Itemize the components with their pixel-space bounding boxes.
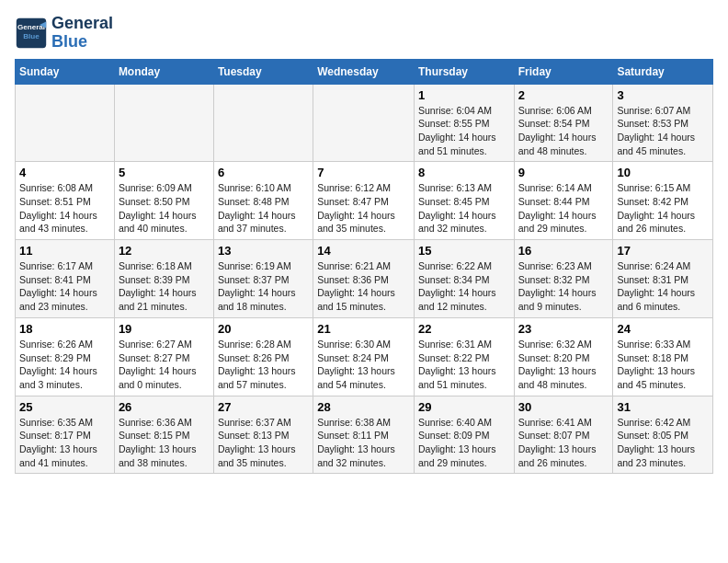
day-number: 28 [317, 400, 410, 414]
logo-text: General Blue [51, 15, 113, 52]
day-info: Sunrise: 6:24 AM Sunset: 8:31 PM Dayligh… [617, 259, 709, 314]
calendar-cell: 10Sunrise: 6:15 AM Sunset: 8:42 PM Dayli… [613, 162, 713, 240]
logo-icon: General Blue [15, 17, 48, 50]
calendar-cell [313, 84, 415, 162]
weekday-header: Tuesday [213, 59, 313, 84]
day-info: Sunrise: 6:21 AM Sunset: 8:36 PM Dayligh… [317, 259, 410, 314]
calendar-cell [213, 84, 313, 162]
calendar-cell: 6Sunrise: 6:10 AM Sunset: 8:48 PM Daylig… [213, 162, 313, 240]
day-info: Sunrise: 6:33 AM Sunset: 8:18 PM Dayligh… [617, 338, 709, 392]
calendar-cell: 13Sunrise: 6:19 AM Sunset: 8:37 PM Dayli… [213, 240, 313, 318]
weekday-header: Wednesday [313, 59, 415, 84]
day-info: Sunrise: 6:41 AM Sunset: 8:07 PM Dayligh… [518, 416, 609, 470]
day-number: 2 [518, 88, 609, 102]
day-info: Sunrise: 6:15 AM Sunset: 8:42 PM Dayligh… [617, 181, 709, 236]
day-info: Sunrise: 6:28 AM Sunset: 8:26 PM Dayligh… [218, 338, 309, 392]
calendar-cell: 22Sunrise: 6:31 AM Sunset: 8:22 PM Dayli… [414, 317, 514, 396]
day-info: Sunrise: 6:06 AM Sunset: 8:54 PM Dayligh… [518, 104, 609, 158]
calendar-cell: 17Sunrise: 6:24 AM Sunset: 8:31 PM Dayli… [613, 240, 713, 318]
day-number: 30 [518, 400, 609, 414]
weekday-header: Thursday [414, 59, 514, 84]
calendar-cell: 4Sunrise: 6:08 AM Sunset: 8:51 PM Daylig… [16, 162, 115, 240]
day-number: 24 [617, 322, 709, 336]
day-info: Sunrise: 6:27 AM Sunset: 8:27 PM Dayligh… [119, 338, 210, 392]
calendar-cell: 30Sunrise: 6:41 AM Sunset: 8:07 PM Dayli… [514, 396, 613, 474]
calendar-cell: 29Sunrise: 6:40 AM Sunset: 8:09 PM Dayli… [414, 396, 514, 474]
day-number: 8 [418, 166, 510, 179]
calendar-cell: 8Sunrise: 6:13 AM Sunset: 8:45 PM Daylig… [414, 162, 514, 240]
day-info: Sunrise: 6:09 AM Sunset: 8:50 PM Dayligh… [119, 181, 210, 236]
day-number: 17 [617, 244, 709, 258]
day-info: Sunrise: 6:04 AM Sunset: 8:55 PM Dayligh… [418, 104, 510, 158]
calendar-cell: 19Sunrise: 6:27 AM Sunset: 8:27 PM Dayli… [114, 317, 213, 396]
calendar-cell: 21Sunrise: 6:30 AM Sunset: 8:24 PM Dayli… [313, 317, 415, 396]
day-number: 25 [19, 400, 110, 414]
day-info: Sunrise: 6:26 AM Sunset: 8:29 PM Dayligh… [19, 338, 110, 392]
calendar-cell: 1Sunrise: 6:04 AM Sunset: 8:55 PM Daylig… [414, 84, 514, 162]
day-number: 27 [218, 400, 309, 414]
day-info: Sunrise: 6:31 AM Sunset: 8:22 PM Dayligh… [418, 338, 510, 392]
weekday-header: Monday [114, 59, 213, 84]
calendar-table: SundayMondayTuesdayWednesdayThursdayFrid… [15, 59, 713, 475]
day-info: Sunrise: 6:40 AM Sunset: 8:09 PM Dayligh… [418, 416, 510, 470]
svg-text:Blue: Blue [23, 32, 40, 40]
calendar-cell: 20Sunrise: 6:28 AM Sunset: 8:26 PM Dayli… [213, 317, 313, 396]
calendar-cell: 11Sunrise: 6:17 AM Sunset: 8:41 PM Dayli… [16, 240, 115, 318]
weekday-header: Sunday [16, 59, 115, 84]
calendar-header: SundayMondayTuesdayWednesdayThursdayFrid… [16, 59, 713, 84]
day-info: Sunrise: 6:07 AM Sunset: 8:53 PM Dayligh… [617, 104, 709, 158]
day-info: Sunrise: 6:38 AM Sunset: 8:11 PM Dayligh… [317, 416, 410, 470]
day-number: 4 [19, 166, 110, 179]
day-number: 11 [19, 244, 110, 258]
day-info: Sunrise: 6:36 AM Sunset: 8:15 PM Dayligh… [119, 416, 210, 470]
day-number: 15 [418, 244, 510, 258]
weekday-header: Friday [514, 59, 613, 84]
calendar-cell: 14Sunrise: 6:21 AM Sunset: 8:36 PM Dayli… [313, 240, 415, 318]
day-info: Sunrise: 6:17 AM Sunset: 8:41 PM Dayligh… [19, 259, 110, 314]
day-info: Sunrise: 6:37 AM Sunset: 8:13 PM Dayligh… [218, 416, 309, 470]
calendar-cell: 3Sunrise: 6:07 AM Sunset: 8:53 PM Daylig… [613, 84, 713, 162]
day-number: 26 [119, 400, 210, 414]
calendar-cell: 28Sunrise: 6:38 AM Sunset: 8:11 PM Dayli… [313, 396, 415, 474]
page-header: General Blue General Blue [15, 15, 713, 52]
day-info: Sunrise: 6:23 AM Sunset: 8:32 PM Dayligh… [518, 259, 609, 314]
day-info: Sunrise: 6:13 AM Sunset: 8:45 PM Dayligh… [418, 181, 510, 236]
calendar-cell: 23Sunrise: 6:32 AM Sunset: 8:20 PM Dayli… [514, 317, 613, 396]
calendar-cell: 15Sunrise: 6:22 AM Sunset: 8:34 PM Dayli… [414, 240, 514, 318]
day-number: 21 [317, 322, 410, 336]
day-info: Sunrise: 6:14 AM Sunset: 8:44 PM Dayligh… [518, 181, 609, 236]
day-info: Sunrise: 6:08 AM Sunset: 8:51 PM Dayligh… [19, 181, 110, 236]
logo: General Blue General Blue [15, 15, 113, 52]
day-number: 20 [218, 322, 309, 336]
calendar-cell: 5Sunrise: 6:09 AM Sunset: 8:50 PM Daylig… [114, 162, 213, 240]
day-info: Sunrise: 6:10 AM Sunset: 8:48 PM Dayligh… [218, 181, 309, 236]
day-number: 5 [119, 166, 210, 179]
calendar-cell: 24Sunrise: 6:33 AM Sunset: 8:18 PM Dayli… [613, 317, 713, 396]
calendar-cell: 12Sunrise: 6:18 AM Sunset: 8:39 PM Dayli… [114, 240, 213, 318]
calendar-cell: 2Sunrise: 6:06 AM Sunset: 8:54 PM Daylig… [514, 84, 613, 162]
day-info: Sunrise: 6:35 AM Sunset: 8:17 PM Dayligh… [19, 416, 110, 470]
day-number: 12 [119, 244, 210, 258]
day-number: 22 [418, 322, 510, 336]
calendar-cell [114, 84, 213, 162]
calendar-cell: 9Sunrise: 6:14 AM Sunset: 8:44 PM Daylig… [514, 162, 613, 240]
calendar-cell: 16Sunrise: 6:23 AM Sunset: 8:32 PM Dayli… [514, 240, 613, 318]
calendar-cell: 26Sunrise: 6:36 AM Sunset: 8:15 PM Dayli… [114, 396, 213, 474]
day-info: Sunrise: 6:22 AM Sunset: 8:34 PM Dayligh… [418, 259, 510, 314]
day-number: 16 [518, 244, 609, 258]
day-number: 7 [317, 166, 410, 179]
day-number: 13 [218, 244, 309, 258]
day-number: 6 [218, 166, 309, 179]
day-number: 14 [317, 244, 410, 258]
calendar-cell: 25Sunrise: 6:35 AM Sunset: 8:17 PM Dayli… [16, 396, 115, 474]
calendar-cell [16, 84, 115, 162]
day-info: Sunrise: 6:42 AM Sunset: 8:05 PM Dayligh… [617, 416, 709, 470]
day-number: 29 [418, 400, 510, 414]
calendar-cell: 31Sunrise: 6:42 AM Sunset: 8:05 PM Dayli… [613, 396, 713, 474]
day-info: Sunrise: 6:19 AM Sunset: 8:37 PM Dayligh… [218, 259, 309, 314]
weekday-header: Saturday [613, 59, 713, 84]
calendar-cell: 27Sunrise: 6:37 AM Sunset: 8:13 PM Dayli… [213, 396, 313, 474]
day-info: Sunrise: 6:18 AM Sunset: 8:39 PM Dayligh… [119, 259, 210, 314]
day-number: 10 [617, 166, 709, 179]
day-number: 1 [418, 88, 510, 102]
